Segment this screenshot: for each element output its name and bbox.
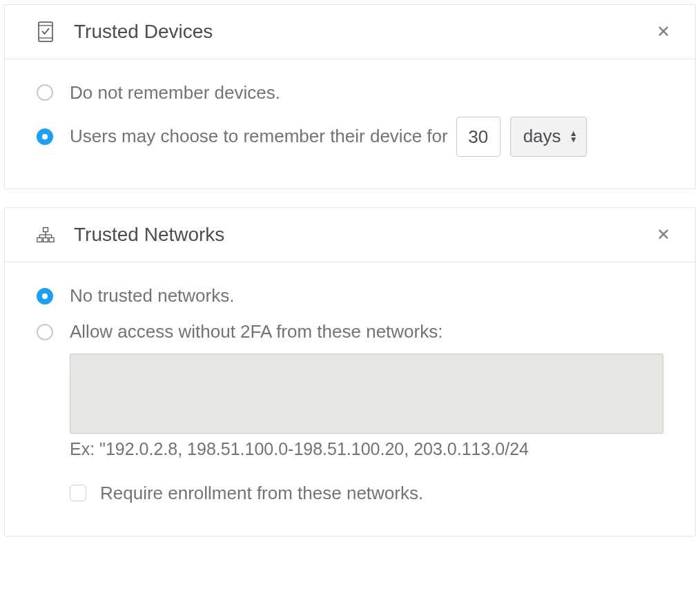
option-remember-label: Users may choose to remember their devic…: [70, 125, 448, 148]
remember-unit-label: days: [523, 125, 561, 148]
select-caret-icon: ▲▼: [570, 130, 578, 143]
radio-no-trusted-networks[interactable]: [37, 288, 53, 304]
remember-unit-select[interactable]: days ▲▼: [510, 117, 587, 157]
option-allow-networks-label: Allow access without 2FA from these netw…: [70, 320, 443, 344]
svg-rect-6: [49, 238, 54, 242]
trusted-networks-hint: Ex: "192.0.2.8, 198.51.100.0-198.51.100.…: [70, 439, 663, 459]
svg-rect-5: [43, 238, 48, 242]
trusted-networks-header: Trusted Networks ✕: [5, 208, 695, 262]
network-icon: [37, 226, 55, 244]
require-enrollment-label: Require enrollment from these networks.: [100, 483, 423, 504]
close-icon[interactable]: ✕: [651, 224, 676, 246]
trusted-networks-panel: Trusted Networks ✕ No trusted networks. …: [4, 207, 696, 536]
trusted-devices-body: Do not remember devices. Users may choos…: [5, 59, 695, 189]
trusted-networks-textarea[interactable]: [70, 354, 663, 434]
option-no-remember[interactable]: Do not remember devices.: [37, 81, 663, 105]
radio-remember[interactable]: [37, 128, 53, 145]
trusted-devices-header: Trusted Devices ✕: [5, 5, 695, 59]
radio-allow-networks[interactable]: [37, 324, 53, 340]
require-enrollment-row[interactable]: Require enrollment from these networks.: [70, 483, 663, 504]
trusted-networks-title: Trusted Networks: [74, 223, 224, 246]
option-allow-networks[interactable]: Allow access without 2FA from these netw…: [37, 320, 663, 344]
device-check-icon: [37, 23, 55, 41]
option-no-trusted-networks[interactable]: No trusted networks.: [37, 284, 663, 308]
radio-no-remember[interactable]: [37, 84, 53, 101]
svg-rect-3: [43, 228, 48, 232]
networks-sub-block: Ex: "192.0.2.8, 198.51.100.0-198.51.100.…: [70, 354, 663, 504]
svg-rect-4: [37, 238, 42, 242]
close-icon[interactable]: ✕: [651, 21, 676, 43]
option-no-remember-label: Do not remember devices.: [70, 81, 280, 105]
option-remember[interactable]: Users may choose to remember their devic…: [37, 117, 663, 157]
option-no-trusted-label: No trusted networks.: [70, 284, 234, 308]
trusted-devices-panel: Trusted Devices ✕ Do not remember device…: [4, 4, 696, 189]
trusted-devices-title: Trusted Devices: [74, 20, 213, 44]
remember-duration-input[interactable]: [456, 117, 500, 157]
require-enrollment-checkbox[interactable]: [70, 485, 86, 501]
trusted-networks-body: No trusted networks. Allow access withou…: [5, 262, 695, 536]
